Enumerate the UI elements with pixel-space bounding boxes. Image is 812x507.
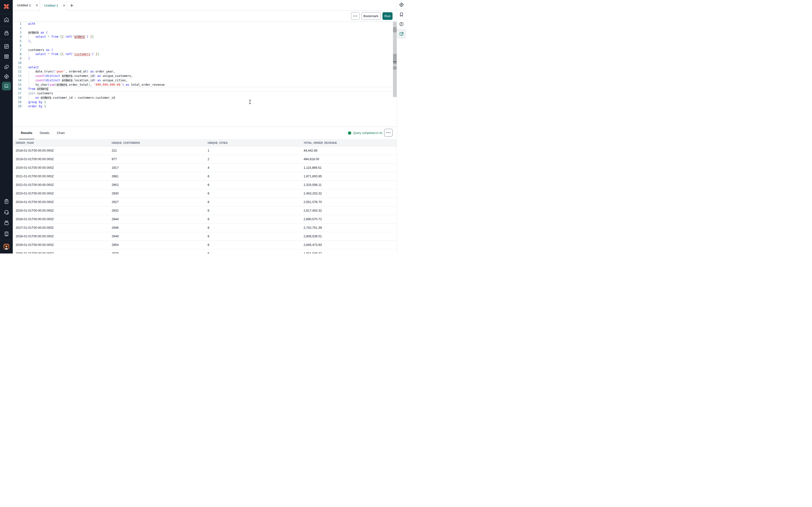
rail-divider xyxy=(397,9,406,10)
sidebar-divider xyxy=(0,14,13,14)
tab-close-icon[interactable] xyxy=(62,4,66,7)
sidebar-item-dashboards[interactable] xyxy=(3,44,9,50)
editor-more-button[interactable] xyxy=(351,12,359,20)
table-cell: 6 xyxy=(205,217,301,221)
code-line[interactable]: 8 select * from {{ ref('customers') }} xyxy=(13,52,393,57)
results-tab-results[interactable]: Results xyxy=(19,127,34,139)
rail-item-history[interactable] xyxy=(399,21,405,27)
line-number: 17 xyxy=(13,91,24,96)
sql-editor[interactable]: 1with23orders as (4 select * from {{ ref… xyxy=(13,22,397,127)
table-cell: 2029-01-01T00:00:00.000Z xyxy=(13,243,109,247)
table-cell: 1,115,869.51 xyxy=(301,166,397,169)
table-row[interactable]: 2023-01-01T00:00:00.000Z293062,453,253.3… xyxy=(13,189,397,198)
run-button[interactable]: Run xyxy=(383,12,393,20)
sidebar-item-catalog[interactable] xyxy=(3,30,9,36)
table-row[interactable]: 2030-01-01T00:00:00.000Z287961,841,049.3… xyxy=(13,249,397,254)
bookmark-button[interactable]: Bookmark xyxy=(361,12,381,20)
new-tab-button[interactable] xyxy=(70,4,73,7)
line-number: 4 xyxy=(13,35,24,39)
sidebar-item-studio-active[interactable] xyxy=(2,82,11,91)
sidebar-item-tasks[interactable] xyxy=(3,199,9,204)
table-row[interactable]: 2027-01-01T00:00:00.000Z294662,742,751.3… xyxy=(13,224,397,232)
chat-sparkles-icon xyxy=(399,31,404,37)
table-cell: 2949 xyxy=(109,234,204,238)
table-row[interactable]: 2020-01-01T00:00:00.000Z191741,115,869.5… xyxy=(13,164,397,172)
code-window-icon xyxy=(4,54,9,59)
table-row[interactable]: 2029-01-01T00:00:00.000Z295462,845,473.9… xyxy=(13,241,397,249)
book-icon xyxy=(4,220,9,226)
table-row[interactable]: 2026-01-01T00:00:00.000Z294462,690,570.7… xyxy=(13,215,397,224)
code-line[interactable]: 3orders as ( xyxy=(13,31,393,35)
code-line[interactable]: 14 count(distinct orders.location_id) as… xyxy=(13,78,393,83)
sidebar-item-support[interactable] xyxy=(3,210,9,215)
code-line[interactable]: 10 xyxy=(13,61,393,65)
code-line[interactable]: 17join customers xyxy=(13,91,393,96)
table-cell: 2944 xyxy=(109,217,204,221)
editor-tab[interactable]: Untitled 1 xyxy=(40,0,67,11)
table-row[interactable]: 2028-01-01T00:00:00.000Z294962,808,539.0… xyxy=(13,232,397,241)
code-line[interactable]: 18 on orders.customer_id = customers.cus… xyxy=(13,96,393,100)
code-line[interactable]: 13 count(distinct orders.customer_id) as… xyxy=(13,74,393,78)
results-more-button[interactable] xyxy=(384,129,393,137)
results-tab-details[interactable]: Details xyxy=(38,127,51,139)
table-row[interactable]: 2022-01-01T00:00:00.000Z290262,325,556.1… xyxy=(13,181,397,189)
table-cell: 6 xyxy=(205,191,301,195)
compass-icon xyxy=(4,74,9,79)
code-line[interactable]: 1with xyxy=(13,22,393,26)
plus-icon xyxy=(70,4,73,7)
code-line[interactable]: 4 select * from {{ ref('orders') }} xyxy=(13,35,393,39)
table-cell: 2022-01-01T00:00:00.000Z xyxy=(13,183,109,187)
column-header[interactable]: UNIQUE_CITIES xyxy=(205,141,301,144)
sidebar-item-home[interactable] xyxy=(3,17,9,23)
code-line[interactable]: 11select xyxy=(13,65,393,70)
column-header[interactable]: ORDER_YEAR xyxy=(13,141,109,144)
ellipsis-icon xyxy=(353,16,357,16)
code-line[interactable]: 15 to_char(sum(orders.order_total), '999… xyxy=(13,83,393,87)
editor-tab[interactable]: Untitled 1 xyxy=(13,0,40,10)
column-header[interactable]: UNIQUE_CUSTOMERS xyxy=(109,141,204,144)
table-cell: 6 xyxy=(205,174,301,178)
table-row[interactable]: 2024-01-01T00:00:00.000Z292762,551,076.7… xyxy=(13,198,397,207)
rail-item-bookmarks[interactable] xyxy=(399,11,405,17)
sidebar-item-explore[interactable] xyxy=(3,74,9,79)
table-cell: 2,845,473.93 xyxy=(301,243,397,247)
rail-item-explore[interactable] xyxy=(399,2,405,8)
sidebar-item-organization[interactable] xyxy=(3,231,9,237)
code-line[interactable]: 12 date_trunc('year', ordered_at) as ord… xyxy=(13,69,393,74)
line-number: 11 xyxy=(13,65,24,70)
laptop-icon xyxy=(4,83,9,89)
table-cell: 2025-01-01T00:00:00.000Z xyxy=(13,209,109,212)
sidebar-item-develop[interactable] xyxy=(3,54,9,59)
table-cell: 977 xyxy=(109,157,204,161)
table-cell: 2930 xyxy=(109,191,204,195)
code-line[interactable]: 20order by 1 xyxy=(13,104,393,109)
table-cell: 2028-01-01T00:00:00.000Z xyxy=(13,234,109,238)
code-line[interactable]: 7customers as ( xyxy=(13,48,393,52)
editor-scrollbar[interactable] xyxy=(393,22,397,97)
sidebar-item-docs[interactable] xyxy=(3,220,9,226)
tab-close-icon[interactable] xyxy=(35,4,39,7)
code-line[interactable]: 9) xyxy=(13,57,393,61)
table-row[interactable]: 2019-01-01T00:00:00.000Z9772494,818.00 xyxy=(13,155,397,164)
code-line[interactable]: 16from orders xyxy=(13,87,393,91)
user-avatar[interactable] xyxy=(3,244,9,249)
rail-item-copilot-active[interactable] xyxy=(397,29,406,39)
table-row[interactable]: 2021-01-01T00:00:00.000Z266161,871,800.8… xyxy=(13,172,397,181)
code-line[interactable]: 2 xyxy=(13,26,393,31)
line-number: 9 xyxy=(13,57,24,61)
code-line[interactable]: 6 xyxy=(13,44,393,48)
dbt-logo[interactable] xyxy=(3,3,9,9)
table-cell: 2 xyxy=(205,157,301,161)
sidebar-item-jobs[interactable] xyxy=(3,64,9,70)
table-row[interactable]: 2018-01-01T00:00:00.000Z221144,442.65 xyxy=(13,147,397,155)
line-number: 16 xyxy=(13,87,24,91)
results-tab-chart[interactable]: Chart xyxy=(55,127,67,139)
table-cell: 1 xyxy=(205,149,301,152)
column-header[interactable]: TOTAL_ORDER_REVENUE xyxy=(301,141,397,144)
code-line[interactable]: 5), xyxy=(13,39,393,44)
code-line[interactable]: 19group by 1 xyxy=(13,100,393,105)
table-cell: 2,617,453.32 xyxy=(301,209,397,212)
table-row[interactable]: 2025-01-01T00:00:00.000Z293262,617,453.3… xyxy=(13,207,397,215)
table-cell: 2954 xyxy=(109,243,204,247)
table-cell: 2,453,253.32 xyxy=(301,191,397,195)
